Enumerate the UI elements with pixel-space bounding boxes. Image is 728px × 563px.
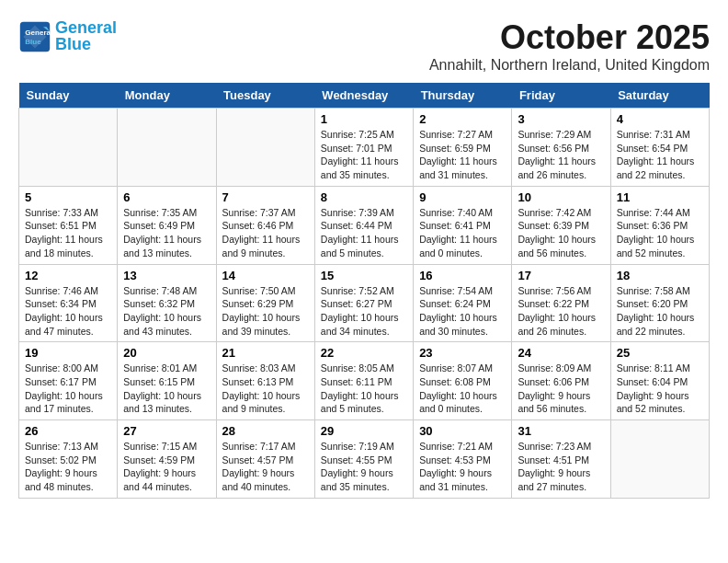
title-block: October 2025 Annahilt, Northern Ireland,… <box>429 18 710 74</box>
day-header-thursday: Thursday <box>414 83 512 109</box>
day-header-monday: Monday <box>118 83 216 109</box>
cell-daylight-info: Sunrise: 7:23 AM Sunset: 4:51 PM Dayligh… <box>518 440 604 494</box>
calendar-cell <box>610 420 709 499</box>
calendar-cell: 28Sunrise: 7:17 AM Sunset: 4:57 PM Dayli… <box>216 420 314 499</box>
date-number: 20 <box>123 346 210 360</box>
date-number: 26 <box>25 424 111 438</box>
date-number: 10 <box>518 190 604 204</box>
date-number: 14 <box>222 269 309 282</box>
cell-daylight-info: Sunrise: 7:52 AM Sunset: 6:27 PM Dayligh… <box>321 284 407 339</box>
week-row-5: 26Sunrise: 7:13 AM Sunset: 5:02 PM Dayli… <box>19 420 710 499</box>
calendar-cell: 24Sunrise: 8:09 AM Sunset: 6:06 PM Dayli… <box>512 342 610 420</box>
calendar-cell: 12Sunrise: 7:46 AM Sunset: 6:34 PM Dayli… <box>19 264 118 342</box>
date-number: 22 <box>321 346 407 360</box>
days-header-row: SundayMondayTuesdayWednesdayThursdayFrid… <box>19 83 710 109</box>
cell-daylight-info: Sunrise: 7:19 AM Sunset: 4:55 PM Dayligh… <box>321 440 407 494</box>
calendar-cell <box>216 109 314 187</box>
date-number: 7 <box>222 190 309 204</box>
cell-daylight-info: Sunrise: 7:58 AM Sunset: 6:20 PM Dayligh… <box>617 284 703 339</box>
day-header-sunday: Sunday <box>19 83 118 109</box>
cell-daylight-info: Sunrise: 8:01 AM Sunset: 6:15 PM Dayligh… <box>123 362 210 416</box>
date-number: 1 <box>321 112 407 126</box>
cell-daylight-info: Sunrise: 7:31 AM Sunset: 6:54 PM Dayligh… <box>617 128 703 182</box>
cell-daylight-info: Sunrise: 8:05 AM Sunset: 6:11 PM Dayligh… <box>321 362 407 416</box>
cell-daylight-info: Sunrise: 7:54 AM Sunset: 6:24 PM Dayligh… <box>419 284 506 339</box>
date-number: 16 <box>419 269 506 282</box>
date-number: 15 <box>321 269 407 282</box>
date-number: 4 <box>617 112 703 126</box>
cell-daylight-info: Sunrise: 7:25 AM Sunset: 7:01 PM Dayligh… <box>321 128 407 182</box>
week-row-2: 5Sunrise: 7:33 AM Sunset: 6:51 PM Daylig… <box>19 186 710 264</box>
date-number: 2 <box>419 112 506 126</box>
calendar-cell: 22Sunrise: 8:05 AM Sunset: 6:11 PM Dayli… <box>314 342 413 420</box>
calendar-cell: 26Sunrise: 7:13 AM Sunset: 5:02 PM Dayli… <box>19 420 118 499</box>
date-number: 29 <box>321 424 407 438</box>
logo-name: General Blue <box>55 18 117 54</box>
date-number: 8 <box>321 190 407 204</box>
calendar-cell: 18Sunrise: 7:58 AM Sunset: 6:20 PM Dayli… <box>610 264 709 342</box>
date-number: 25 <box>617 346 703 360</box>
day-header-friday: Friday <box>512 83 610 109</box>
calendar-cell: 11Sunrise: 7:44 AM Sunset: 6:36 PM Dayli… <box>610 186 709 264</box>
cell-daylight-info: Sunrise: 7:46 AM Sunset: 6:34 PM Dayligh… <box>25 284 111 339</box>
date-number: 11 <box>617 190 703 204</box>
calendar-cell: 7Sunrise: 7:37 AM Sunset: 6:46 PM Daylig… <box>216 186 314 264</box>
calendar-cell: 21Sunrise: 8:03 AM Sunset: 6:13 PM Dayli… <box>216 342 314 420</box>
cell-daylight-info: Sunrise: 7:44 AM Sunset: 6:36 PM Dayligh… <box>617 206 703 260</box>
calendar-cell: 10Sunrise: 7:42 AM Sunset: 6:39 PM Dayli… <box>512 186 610 264</box>
date-number: 31 <box>518 424 604 438</box>
calendar-subtitle: Annahilt, Northern Ireland, United Kingd… <box>429 57 710 74</box>
calendar-cell: 19Sunrise: 8:00 AM Sunset: 6:17 PM Dayli… <box>19 342 118 420</box>
page-header: General Blue General Blue October 2025 A… <box>18 18 710 74</box>
calendar-cell: 23Sunrise: 8:07 AM Sunset: 6:08 PM Dayli… <box>414 342 512 420</box>
date-number: 24 <box>518 346 604 360</box>
cell-daylight-info: Sunrise: 7:27 AM Sunset: 6:59 PM Dayligh… <box>419 128 506 182</box>
cell-daylight-info: Sunrise: 8:09 AM Sunset: 6:06 PM Dayligh… <box>518 362 604 416</box>
cell-daylight-info: Sunrise: 8:03 AM Sunset: 6:13 PM Dayligh… <box>222 362 309 416</box>
calendar-cell: 9Sunrise: 7:40 AM Sunset: 6:41 PM Daylig… <box>414 186 512 264</box>
calendar-cell: 1Sunrise: 7:25 AM Sunset: 7:01 PM Daylig… <box>314 109 413 187</box>
calendar-title: October 2025 <box>429 18 710 57</box>
date-number: 3 <box>518 112 604 126</box>
calendar-cell: 20Sunrise: 8:01 AM Sunset: 6:15 PM Dayli… <box>118 342 216 420</box>
calendar-cell: 3Sunrise: 7:29 AM Sunset: 6:56 PM Daylig… <box>512 109 610 187</box>
calendar-cell: 30Sunrise: 7:21 AM Sunset: 4:53 PM Dayli… <box>414 420 512 499</box>
date-number: 30 <box>419 424 506 438</box>
cell-daylight-info: Sunrise: 7:42 AM Sunset: 6:39 PM Dayligh… <box>518 206 604 260</box>
cell-daylight-info: Sunrise: 7:15 AM Sunset: 4:59 PM Dayligh… <box>123 440 210 494</box>
calendar-cell: 13Sunrise: 7:48 AM Sunset: 6:32 PM Dayli… <box>118 264 216 342</box>
cell-daylight-info: Sunrise: 7:40 AM Sunset: 6:41 PM Dayligh… <box>419 206 506 260</box>
week-row-4: 19Sunrise: 8:00 AM Sunset: 6:17 PM Dayli… <box>19 342 710 420</box>
cell-daylight-info: Sunrise: 7:50 AM Sunset: 6:29 PM Dayligh… <box>222 284 309 339</box>
cell-daylight-info: Sunrise: 7:39 AM Sunset: 6:44 PM Dayligh… <box>321 206 407 260</box>
date-number: 12 <box>25 269 111 282</box>
cell-daylight-info: Sunrise: 7:37 AM Sunset: 6:46 PM Dayligh… <box>222 206 309 260</box>
date-number: 18 <box>617 269 703 282</box>
day-header-tuesday: Tuesday <box>216 83 314 109</box>
date-number: 19 <box>25 346 111 360</box>
calendar-cell: 17Sunrise: 7:56 AM Sunset: 6:22 PM Dayli… <box>512 264 610 342</box>
date-number: 9 <box>419 190 506 204</box>
week-row-3: 12Sunrise: 7:46 AM Sunset: 6:34 PM Dayli… <box>19 264 710 342</box>
svg-text:Blue: Blue <box>25 38 41 46</box>
calendar-table: SundayMondayTuesdayWednesdayThursdayFrid… <box>18 83 710 499</box>
logo-icon: General Blue <box>18 20 51 53</box>
date-number: 28 <box>222 424 309 438</box>
cell-daylight-info: Sunrise: 7:21 AM Sunset: 4:53 PM Dayligh… <box>419 440 506 494</box>
cell-daylight-info: Sunrise: 7:29 AM Sunset: 6:56 PM Dayligh… <box>518 128 604 182</box>
date-number: 23 <box>419 346 506 360</box>
cell-daylight-info: Sunrise: 8:07 AM Sunset: 6:08 PM Dayligh… <box>419 362 506 416</box>
calendar-cell <box>118 109 216 187</box>
date-number: 5 <box>25 190 111 204</box>
calendar-cell: 14Sunrise: 7:50 AM Sunset: 6:29 PM Dayli… <box>216 264 314 342</box>
calendar-cell: 6Sunrise: 7:35 AM Sunset: 6:49 PM Daylig… <box>118 186 216 264</box>
cell-daylight-info: Sunrise: 8:00 AM Sunset: 6:17 PM Dayligh… <box>25 362 111 416</box>
cell-daylight-info: Sunrise: 7:56 AM Sunset: 6:22 PM Dayligh… <box>518 284 604 339</box>
day-header-saturday: Saturday <box>610 83 709 109</box>
calendar-cell <box>19 109 118 187</box>
calendar-cell: 5Sunrise: 7:33 AM Sunset: 6:51 PM Daylig… <box>19 186 118 264</box>
logo: General Blue General Blue <box>18 18 117 54</box>
calendar-cell: 25Sunrise: 8:11 AM Sunset: 6:04 PM Dayli… <box>610 342 709 420</box>
calendar-cell: 29Sunrise: 7:19 AM Sunset: 4:55 PM Dayli… <box>314 420 413 499</box>
date-number: 17 <box>518 269 604 282</box>
